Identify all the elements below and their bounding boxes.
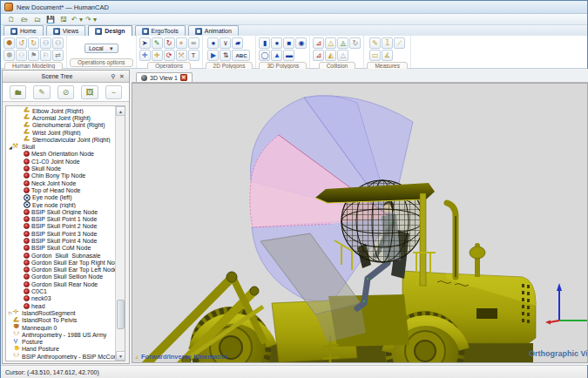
rotate-mannequin-right-icon[interactable]: ↻ [28, 37, 39, 49]
tree-item-c1-c0-joint-node[interactable]: C1-C0 Joint Node [6, 158, 115, 165]
new-document-button[interactable]: 🗋 [6, 15, 17, 24]
tree-item-gordon-skull-rear-node[interactable]: Gordon Skull Rear Node [6, 280, 115, 287]
box-3d-icon[interactable]: ▮ [259, 37, 270, 49]
measure-vertical-icon[interactable]: 𝟙 [382, 37, 393, 49]
measure-pencil-icon[interactable]: ✎ [369, 37, 381, 49]
tree-item-hand-posture[interactable]: Hand Posture [6, 346, 115, 353]
tree-item-posture[interactable]: Posture [6, 339, 115, 346]
tree-item-bsip-skull-point-4-node[interactable]: BSIP Skull Point 4 Node [6, 237, 115, 244]
edit-icon[interactable]: ✎ [152, 37, 163, 49]
translate-snap-icon[interactable]: ✛ [152, 50, 163, 61]
collision-warn-icon[interactable]: △ [325, 37, 336, 49]
circle-2d-icon[interactable]: ● [207, 37, 219, 49]
scroll-up-icon[interactable]: ▲ [116, 106, 125, 116]
ribbon-tab-design[interactable]: Design [88, 25, 132, 36]
tree-item-sternoclavicular-joint-right[interactable]: Sternoclavicular Joint (Right) [6, 136, 115, 143]
play-polygon-icon[interactable]: ▶ [207, 50, 219, 61]
tree-scrollbar[interactable]: ▲ ▼ [115, 106, 125, 361]
tree-item-skull[interactable]: ◢Skull [6, 143, 115, 150]
collision-edit-icon[interactable]: ◬ [337, 37, 348, 49]
orbit-icon[interactable]: ⟳ [164, 50, 175, 61]
tree-item-bsip-skull-point-3-node[interactable]: BSIP Skull Point 3 Node [6, 230, 115, 237]
collision-disabled-icon[interactable]: △ [337, 50, 348, 61]
tree-item-acromial-joint-right[interactable]: Acromial Joint (Right) [6, 114, 115, 121]
sphere-3d-icon[interactable]: ● [271, 37, 282, 49]
tree-item-gordon-skull-subnasale[interactable]: Gordon_Skull_Subnasale [6, 252, 115, 259]
tree-item-eye-node-right[interactable]: Eye node (right) [6, 201, 115, 208]
redo-button[interactable]: ↷ ▾ [85, 15, 97, 24]
measure-diagonal-icon[interactable]: ⟋ [394, 37, 405, 49]
scale-icon[interactable]: ⤧ [176, 50, 187, 61]
line-2d-icon[interactable]: ∨ [220, 37, 231, 49]
tree-item-anthropometry-1988-us-army[interactable]: Anthropometry - 1988 US Army [6, 331, 115, 338]
ribbon-tab-views[interactable]: Views [46, 25, 86, 36]
translate-icon[interactable]: ✛ [139, 50, 151, 61]
collision-rotate-icon[interactable]: ↻ [349, 37, 361, 49]
tree-item-neck-joint-node[interactable]: Neck Joint Node [6, 179, 115, 186]
tree-item-gordon-skull-ear-top-right-node[interactable]: Gordon Skull Ear Top Right Node [6, 259, 115, 266]
tree-item-mannequin-0[interactable]: Mannequin 0 [6, 324, 115, 331]
cone-3d-icon[interactable]: ▲ [271, 50, 282, 61]
open-document-button[interactable]: 🗁 [19, 15, 30, 24]
viewport-3d[interactable]: ∠ Forward/Inverse Kinematics Orthographi… [132, 83, 588, 363]
tree-item-wrist-joint-right[interactable]: Wrist Joint (Right) [6, 129, 115, 136]
save-as-button[interactable]: 🖫 [58, 15, 69, 24]
tree-item-head[interactable]: head [6, 302, 115, 309]
tree-item-top-of-head-node[interactable]: Top of Head Node [6, 186, 115, 193]
scroll-thumb[interactable] [117, 300, 125, 329]
rotate-mannequin-left-icon[interactable]: ↺ [16, 37, 27, 49]
tree-item-chin-bony-tip-node[interactable]: Chin Bony Tip Node [6, 172, 115, 179]
tree-item-bsip-anthropometry-bsip-mccon[interactable]: BSIP Anthropometry - BSIP McCon... [6, 353, 115, 360]
collision-pair-icon[interactable]: ⊿ [313, 50, 324, 61]
snap-icon[interactable]: ⌖ [176, 37, 187, 49]
rotate-icon[interactable]: ↻ [164, 37, 175, 49]
select-cursor-icon[interactable]: ➤ [139, 37, 151, 49]
posture-load-icon[interactable]: ⚐ [40, 50, 51, 61]
tree-item-neck03[interactable]: neck03 [6, 295, 115, 302]
tree-item-islandroot-to-pelvis[interactable]: IslandRoot To Pelvis [6, 317, 115, 324]
ribbon-tab-ergotools[interactable]: ErgoTools [135, 25, 186, 36]
mannequin-disabled2-icon[interactable]: ⚇ [16, 50, 27, 61]
ball-3d-icon[interactable]: ◉ [295, 37, 307, 49]
tree-item-mesh-orientation-node[interactable]: Mesh Orientation Node [6, 151, 115, 158]
mannequin-disabled-icon[interactable]: ⚉ [3, 50, 15, 61]
cylinder-3d-icon[interactable]: ▬ [283, 50, 294, 61]
posture-save-icon[interactable]: ⚑ [28, 50, 39, 61]
tree-item-glenohumeral-joint-right[interactable]: Glenohumeral Joint (Right) [6, 122, 115, 129]
cube-3d-icon[interactable]: ■ [283, 37, 294, 49]
measure-angle-icon[interactable]: ∡ [382, 50, 393, 61]
undo-button[interactable]: ↶ ▾ [71, 15, 83, 24]
tree-add-button[interactable]: 🖿 [10, 85, 26, 99]
tree-item-eye-node-left[interactable]: Eye node (left) [6, 194, 115, 201]
title-bar[interactable]: New Document* — HumanCAD [1, 1, 587, 14]
tree-collapse-button[interactable]: − [105, 85, 122, 99]
tree-edit-button[interactable]: ✎ [33, 85, 50, 99]
ribbon-tab-animation[interactable]: Animation [188, 25, 239, 36]
tree-item-c0c1[interactable]: C0C1 [6, 287, 115, 294]
torus-3d-icon[interactable]: ◯ [259, 50, 270, 61]
coordinate-system-dropdown[interactable]: Local▼ [84, 44, 118, 53]
collision-move-icon[interactable]: ⊿ [313, 37, 324, 49]
tree-item-gordon-skull-ear-top-left-node[interactable]: Gordon Skull Ear Top Left Node [6, 267, 115, 273]
close-view-icon[interactable]: ✕ [180, 74, 187, 81]
measure-horizontal-icon[interactable]: ▭ [369, 50, 381, 61]
tree-item-bsip-skull-point-2-node[interactable]: BSIP Skull Point 2 Node [6, 223, 115, 230]
create-mannequin-icon[interactable]: ⚉ [3, 37, 15, 49]
tree-item-elbow-joint-right[interactable]: Elbow Joint (Right) [6, 107, 115, 114]
posture-copy-icon[interactable]: ⚇ [52, 37, 64, 49]
tree-item-islandrootsegment[interactable]: ▷IslandRootSegment [6, 309, 115, 316]
close-panel-icon[interactable]: ✕ [118, 72, 126, 81]
polygon-2d-icon[interactable]: ▰ [232, 37, 243, 49]
tree-item-bsip-skull-com-node[interactable]: BSIP Skull CoM Node [6, 245, 115, 252]
ribbon-tab-home[interactable]: Home [3, 25, 44, 36]
tree-item-bsip-skull-origine-node[interactable]: BSIP Skull Origine Node [6, 208, 115, 215]
transform-text-icon[interactable]: T [188, 50, 199, 61]
tab-3d-view-1[interactable]: 3D View 1 ✕ [136, 72, 193, 82]
posture-mirror-icon[interactable]: ⇄ [52, 50, 64, 61]
link-icon[interactable]: ∞ [188, 37, 199, 49]
save-button[interactable]: 💾 [45, 15, 56, 24]
tree-item-gordon-skull-sellion-node[interactable]: Gordon Skull Sellion Node [6, 273, 115, 280]
tree-delete-button[interactable]: ⊘ [57, 85, 74, 99]
tree-item-skull-node[interactable]: Skull Node [6, 165, 115, 172]
tree-image-button[interactable]: 🖼 [81, 85, 98, 99]
